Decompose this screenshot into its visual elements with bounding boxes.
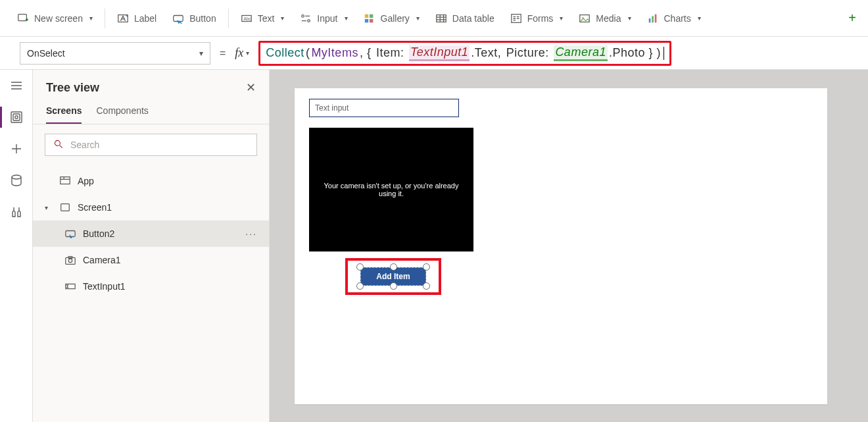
- text-label: Text: [258, 13, 275, 24]
- media-label: Media: [596, 13, 621, 24]
- tab-screens[interactable]: Screens: [46, 101, 82, 124]
- input-icon: [300, 13, 312, 24]
- data-icon[interactable]: [10, 174, 23, 187]
- insert-button[interactable]: Button: [164, 7, 224, 30]
- close-icon[interactable]: ✕: [246, 80, 256, 95]
- canvas-text-input[interactable]: Text input: [309, 99, 459, 117]
- svg-point-27: [68, 259, 72, 262]
- chevron-down-icon: ▾: [45, 204, 53, 211]
- property-name: OnSelect: [27, 48, 65, 59]
- app-icon: [59, 176, 71, 186]
- gallery-icon: [364, 13, 375, 24]
- forms-icon: [510, 13, 522, 24]
- insert-label[interactable]: Label: [109, 7, 164, 30]
- left-rail: [0, 70, 33, 422]
- tools-icon[interactable]: [10, 205, 23, 219]
- canvas-camera[interactable]: Your camera isn't set up, or you're alre…: [309, 128, 473, 251]
- insert-gallery-menu[interactable]: Gallery ▾: [356, 7, 427, 30]
- datatable-label: Data table: [452, 13, 494, 24]
- chevron-down-icon: ▾: [281, 14, 284, 22]
- tab-components[interactable]: Components: [96, 101, 148, 124]
- add-item-label: Add Item: [376, 272, 410, 281]
- insert-text-menu[interactable]: Abc Text ▾: [233, 7, 293, 30]
- tree-node-app[interactable]: App: [33, 168, 269, 194]
- chevron-down-icon: ▾: [560, 14, 563, 22]
- svg-rect-12: [511, 14, 520, 22]
- canvas-add-item-button[interactable]: Add Item: [360, 267, 426, 286]
- svg-rect-7: [364, 14, 368, 17]
- new-screen-label: New screen: [34, 13, 83, 24]
- tree-label: Button2: [83, 228, 114, 239]
- resize-handle[interactable]: [390, 282, 397, 290]
- chevron-down-icon: ▾: [199, 49, 203, 58]
- button-text: Button: [189, 13, 216, 24]
- insert-media-menu[interactable]: Media ▾: [571, 7, 639, 30]
- tree-node-camera1[interactable]: Camera1: [33, 247, 269, 273]
- property-dropdown[interactable]: OnSelect ▾: [20, 42, 210, 65]
- resize-handle[interactable]: [356, 263, 364, 271]
- gallery-label: Gallery: [381, 13, 410, 24]
- tree-view-panel: Tree view ✕ Screens Components Search Ap…: [33, 70, 270, 422]
- resize-handle[interactable]: [356, 282, 364, 290]
- button-icon: [64, 228, 76, 239]
- svg-rect-10: [370, 18, 373, 22]
- insert-icon[interactable]: [10, 142, 23, 155]
- add-control-button[interactable]: +: [848, 11, 859, 26]
- svg-point-6: [308, 19, 310, 22]
- charts-icon: [647, 13, 659, 24]
- input-label: Input: [317, 13, 337, 24]
- chevron-down-icon: ▾: [246, 49, 249, 57]
- chevron-down-icon: ▾: [698, 14, 701, 22]
- insert-charts-menu[interactable]: Charts ▾: [639, 7, 709, 30]
- resize-handle[interactable]: [423, 263, 430, 271]
- chevron-down-icon: ▾: [416, 14, 420, 22]
- hamburger-icon[interactable]: [10, 79, 23, 92]
- formula-bar: OnSelect ▾ = fx▾ Collect( MyItems, { Ite…: [0, 37, 868, 70]
- design-canvas[interactable]: Text input Your camera isn't set up, or …: [295, 88, 827, 404]
- svg-rect-2: [174, 15, 183, 21]
- tree-node-button2[interactable]: Button2 ···: [33, 221, 269, 247]
- chevron-down-icon: ▾: [89, 14, 93, 22]
- main-area: Tree view ✕ Screens Components Search Ap…: [0, 70, 868, 422]
- forms-label: Forms: [527, 13, 554, 24]
- resize-handle[interactable]: [423, 282, 430, 290]
- svg-rect-23: [60, 177, 70, 184]
- formula-token-collection: MyItems: [311, 46, 358, 60]
- svg-rect-0: [18, 14, 27, 20]
- textinput-icon: [64, 281, 76, 292]
- svg-rect-19: [13, 114, 20, 120]
- button-icon: [172, 13, 184, 24]
- svg-point-5: [302, 14, 304, 17]
- svg-rect-15: [648, 18, 650, 22]
- selected-control-highlight: Add Item: [345, 258, 441, 295]
- more-icon[interactable]: ···: [245, 228, 257, 239]
- search-placeholder: Search: [70, 140, 99, 150]
- tree-node-textinput1[interactable]: TextInput1: [33, 273, 269, 300]
- media-icon: [579, 13, 591, 24]
- insert-datatable[interactable]: Data table: [427, 7, 502, 30]
- svg-rect-20: [15, 116, 18, 119]
- equals-sign: =: [220, 47, 226, 59]
- canvas-area: Text input Your camera isn't set up, or …: [270, 70, 868, 422]
- tree-label: Camera1: [83, 255, 121, 265]
- svg-rect-11: [437, 14, 446, 22]
- svg-rect-16: [652, 16, 654, 22]
- tree-view-title: Tree view: [46, 81, 99, 95]
- charts-label: Charts: [664, 13, 691, 24]
- label-icon: [117, 13, 129, 24]
- tree-view-icon[interactable]: [10, 111, 23, 124]
- text-cursor: [663, 47, 664, 60]
- insert-input-menu[interactable]: Input ▾: [292, 7, 355, 30]
- svg-point-22: [55, 140, 60, 145]
- fx-button[interactable]: fx▾: [235, 46, 249, 60]
- new-screen-menu[interactable]: New screen ▾: [9, 7, 101, 30]
- text-input-placeholder: Text input: [315, 103, 349, 113]
- insert-forms-menu[interactable]: Forms ▾: [502, 7, 571, 30]
- screen-icon: [59, 202, 71, 213]
- resize-handle[interactable]: [390, 263, 397, 271]
- tree-search-input[interactable]: Search: [45, 134, 257, 156]
- tree-node-screen1[interactable]: ▾ Screen1: [33, 194, 269, 221]
- text-icon: Abc: [241, 13, 253, 24]
- camera-message: Your camera isn't set up, or you're alre…: [314, 182, 468, 198]
- formula-input[interactable]: Collect( MyItems, { Item: TextInput1.Tex…: [258, 41, 671, 66]
